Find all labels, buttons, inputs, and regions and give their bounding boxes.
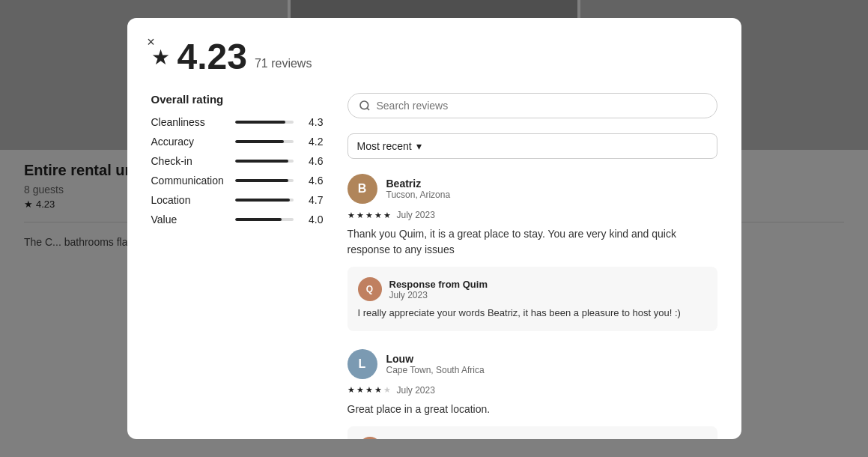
host-response-header: Q Response from Quim July 2023 xyxy=(358,437,707,439)
review-text: Thank you Quim, it is a great place to s… xyxy=(347,226,717,258)
chevron-down-icon: ▾ xyxy=(416,140,422,152)
reviewer-location: Tucson, Arizona xyxy=(386,190,451,200)
modal-close-button[interactable]: × xyxy=(139,30,163,54)
rating-bar-background xyxy=(235,199,294,202)
host-response: Q Response from Quim July 2023 I really … xyxy=(347,267,717,331)
rating-bar-row: Location 4.7 xyxy=(151,194,324,206)
rating-bar-label: Location xyxy=(151,194,226,206)
rating-bar-row: Communication 4.6 xyxy=(151,175,324,187)
review-item: B Beatriz Tucson, Arizona ★★★★★ July 202… xyxy=(347,174,717,331)
filled-star-icon: ★ xyxy=(374,211,382,220)
header-rating-number: 4.23 xyxy=(177,39,247,75)
filled-star-icon: ★ xyxy=(365,385,373,395)
overall-rating-section: Overall rating Cleanliness 4.3 Accuracy … xyxy=(151,93,324,226)
overall-rating-label: Overall rating xyxy=(151,93,324,106)
rating-bar-value: 4.6 xyxy=(303,175,324,187)
filled-star-icon: ★ xyxy=(347,385,355,395)
host-response-header: Q Response from Quim July 2023 xyxy=(358,277,707,301)
host-avatar: Q xyxy=(358,437,382,439)
filled-star-icon: ★ xyxy=(347,211,355,220)
review-item: L Louw Cape Town, South Africa ★★★★★ Jul… xyxy=(347,349,717,439)
modal-backdrop[interactable]: × ★ 4.23 71 reviews Overall rating Clean… xyxy=(0,0,868,457)
host-response-text: I really appreciate your words Beatriz, … xyxy=(358,306,707,321)
host-response-name: Response from Quim xyxy=(389,438,488,438)
rating-bar-fill xyxy=(235,160,289,163)
rating-bar-background xyxy=(235,179,294,182)
reviewer-avatar: L xyxy=(347,349,377,379)
filled-star-icon: ★ xyxy=(356,211,364,220)
reviewer-header: B Beatriz Tucson, Arizona xyxy=(347,174,717,204)
rating-bar-fill xyxy=(235,199,290,202)
svg-line-1 xyxy=(367,109,369,111)
reviews-list: B Beatriz Tucson, Arizona ★★★★★ July 202… xyxy=(347,174,717,438)
rating-bar-value: 4.3 xyxy=(303,116,324,128)
left-column: Overall rating Cleanliness 4.3 Accuracy … xyxy=(151,93,324,438)
rating-bar-fill xyxy=(235,121,285,124)
rating-bar-fill xyxy=(235,179,289,182)
host-response: Q Response from Quim July 2023 Was a ple… xyxy=(347,426,717,439)
svg-point-0 xyxy=(360,101,368,109)
header-reviews-count: 71 reviews xyxy=(255,57,312,70)
filled-star-icon: ★ xyxy=(383,211,391,220)
host-response-date: July 2023 xyxy=(389,290,488,300)
rating-bar-value: 4.7 xyxy=(303,194,324,206)
reviews-modal: × ★ 4.23 71 reviews Overall rating Clean… xyxy=(127,18,741,438)
empty-star-icon: ★ xyxy=(383,385,391,395)
rating-bar-fill xyxy=(235,140,285,143)
review-stars: ★★★★★ xyxy=(347,385,391,395)
search-bar[interactable] xyxy=(347,93,717,118)
rating-bar-value: 4.2 xyxy=(303,136,324,148)
review-text: Great place in a great location. xyxy=(347,402,717,417)
rating-bar-label: Communication xyxy=(151,175,226,187)
rating-bar-label: Cleanliness xyxy=(151,116,226,128)
reviewer-name: Beatriz xyxy=(386,178,451,190)
rating-bar-value: 4.0 xyxy=(303,214,324,226)
reviewer-header: L Louw Cape Town, South Africa xyxy=(347,349,717,379)
host-response-name: Response from Quim xyxy=(389,279,488,290)
review-meta: ★★★★★ July 2023 xyxy=(347,210,717,220)
reviewer-info: Louw Cape Town, South Africa xyxy=(386,353,485,375)
rating-bar-background xyxy=(235,218,294,221)
search-input[interactable] xyxy=(377,100,706,112)
rating-bar-label: Accuracy xyxy=(151,136,226,148)
sort-dropdown[interactable]: Most recent ▾ xyxy=(347,133,717,159)
reviewer-location: Cape Town, South Africa xyxy=(386,365,485,375)
host-avatar: Q xyxy=(358,277,382,301)
filled-star-icon: ★ xyxy=(374,385,382,395)
reviewer-avatar: B xyxy=(347,174,377,204)
filled-star-icon: ★ xyxy=(365,211,373,220)
rating-bar-label: Check-in xyxy=(151,155,226,167)
sort-label: Most recent xyxy=(357,140,412,152)
rating-header: ★ 4.23 71 reviews xyxy=(151,36,717,75)
review-meta: ★★★★★ July 2023 xyxy=(347,385,717,396)
rating-bar-row: Cleanliness 4.3 xyxy=(151,116,324,128)
rating-bar-label: Value xyxy=(151,214,226,226)
review-date: July 2023 xyxy=(397,385,435,396)
rating-bar-background xyxy=(235,160,294,163)
reviewer-name: Louw xyxy=(386,353,485,365)
right-column: Most recent ▾ B Beatriz Tucson, Arizona … xyxy=(347,93,717,438)
rating-bar-value: 4.6 xyxy=(303,155,324,167)
reviewer-info: Beatriz Tucson, Arizona xyxy=(386,178,451,200)
host-response-info: Response from Quim July 2023 xyxy=(389,438,488,438)
rating-bar-row: Check-in 4.6 xyxy=(151,155,324,167)
rating-bar-row: Value 4.0 xyxy=(151,214,324,226)
rating-bar-row: Accuracy 4.2 xyxy=(151,136,324,148)
rating-bar-background xyxy=(235,121,294,124)
review-date: July 2023 xyxy=(397,210,435,220)
filled-star-icon: ★ xyxy=(356,385,364,395)
review-stars: ★★★★★ xyxy=(347,211,391,220)
rating-bar-background xyxy=(235,140,294,143)
search-icon xyxy=(359,100,371,112)
rating-bars-list: Cleanliness 4.3 Accuracy 4.2 Check-in 4.… xyxy=(151,116,324,226)
rating-bar-fill xyxy=(235,218,282,221)
host-response-info: Response from Quim July 2023 xyxy=(389,279,488,300)
modal-body: Overall rating Cleanliness 4.3 Accuracy … xyxy=(151,93,717,438)
close-icon: × xyxy=(147,34,155,50)
